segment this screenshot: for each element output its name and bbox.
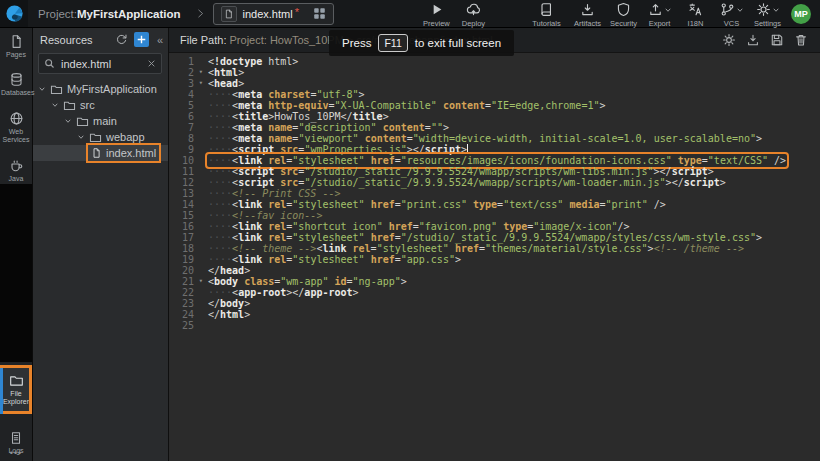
sidebar-item-web-services[interactable]: Web Services [0,104,32,151]
chevron-down-icon[interactable] [64,117,72,125]
sidebar-item-file-explorer[interactable]: File Explorer [3,368,29,411]
fold-arrow-icon[interactable]: ▾ [199,67,203,78]
artifacts-icon [580,2,595,17]
topbar-settings-button[interactable]: Settings [751,0,784,28]
fold-arrow-icon[interactable]: ▾ [199,78,203,89]
resource-search-box [38,53,162,74]
line-number: 21▾ [168,276,196,287]
code-line[interactable]: 1<!doctype html> [168,56,820,67]
topbar-preview-button[interactable]: Preview [420,0,453,28]
code-line[interactable]: 24</html> [168,309,820,320]
collapse-panel-icon[interactable]: « [155,34,165,46]
line-number: 22 [168,287,196,298]
tree-item-myfirstapplication[interactable]: MyFirstApplication [32,81,168,97]
search-input[interactable] [59,57,143,71]
line-number: 10 [168,155,196,166]
top-actions-right: ArtifactsSecurityExportI18NVCSSettings [571,0,784,28]
sidebar-item-pages[interactable]: Pages [0,27,32,65]
code-line[interactable]: 21▾<body class="wm-app" id="ng-app"> [168,276,820,287]
line-number: 5 [168,100,196,111]
code-editor[interactable]: 1<!doctype html>2▾<html>3▾<head>4····<me… [168,52,820,461]
code-line[interactable]: 25 [168,320,820,331]
wavemaker-logo-icon[interactable] [0,0,28,27]
logs-icon [9,431,23,445]
code-line[interactable]: 22····<app-root></app-root> [168,287,820,298]
chevron-down-icon[interactable] [51,101,59,109]
chevron-down-icon[interactable] [77,133,85,141]
fold-arrow-icon[interactable]: ▾ [199,276,203,287]
line-number: 12 [168,177,196,188]
clear-search-icon[interactable] [147,59,156,68]
line-number: 16 [168,221,196,232]
active-item-indicator [0,368,3,414]
line-number: 15 [168,210,196,221]
project-title: Project:MyFirstApplication [38,8,181,20]
code-line[interactable]: 9····<script src="wmProperties.js"></scr… [168,144,820,155]
topbar-vcs-button[interactable]: VCS [715,0,748,28]
topbar-artifacts-button[interactable]: Artifacts [571,0,604,28]
code-line[interactable]: 17····<link rel="stylesheet" href="/stud… [168,232,820,243]
code-line[interactable]: 18····<!-- theme --><link rel="styleshee… [168,243,820,254]
code-line[interactable]: 11····<script src="/studio/_static_/9.9.… [168,166,820,177]
code-line[interactable]: 16····<link rel="shortcut icon" href="fa… [168,221,820,232]
search-icon [44,58,55,69]
tree-item-src[interactable]: src [32,97,168,113]
line-number: 20 [168,265,196,276]
chevron-down-icon[interactable] [38,85,46,93]
code-line[interactable]: 5····<meta http-equiv="X-UA-Compatible" … [168,100,820,111]
code-line[interactable]: 13····<!-- Print CSS --> [168,188,820,199]
save-icon[interactable] [770,33,784,47]
refresh-icon[interactable] [115,33,128,46]
line-number: 25 [168,320,196,331]
code-line[interactable]: 10····<link rel="stylesheet" href="resou… [168,155,820,166]
grid-icon[interactable] [313,7,326,20]
code-line[interactable]: 4····<meta charset="utf-8"> [168,89,820,100]
resources-panel: Resources « MyFirstApplicationsrcmainweb… [32,27,169,461]
tab-index-html[interactable]: index.html * [213,3,334,25]
tree-item-webapp[interactable]: webapp [32,129,168,145]
topbar-export-button[interactable]: Export [643,0,676,28]
folder-icon [50,83,63,96]
topbar-tutorials-button[interactable]: Tutorials [530,0,563,28]
web-services-icon [9,111,24,126]
code-line[interactable]: 8····<meta name="viewport" content="widt… [168,133,820,144]
code-line[interactable]: 19····<link rel="stylesheet" href="app.c… [168,254,820,265]
add-resource-button[interactable] [134,32,149,47]
folder-icon [63,99,76,112]
databases-icon [9,72,24,87]
annotation-highlight: index.html [90,147,157,159]
resources-header: Resources « [32,27,168,52]
code-line[interactable]: 6····<title>HowTos_10PM</title> [168,111,820,122]
settings-icon[interactable] [722,33,736,47]
code-line[interactable]: 12····<script src="/studio/_static_/9.9.… [168,177,820,188]
code-line[interactable]: 3▾<head> [168,78,820,89]
topbar-security-button[interactable]: Security [607,0,640,28]
code-line[interactable]: 2▾<html> [168,67,820,78]
code-line[interactable]: 15····<!--fav icon--> [168,210,820,221]
code-line[interactable]: 23</body> [168,298,820,309]
annotation-highlight: ····<link rel="stylesheet" href="resourc… [208,155,786,166]
tree-item-label: webapp [106,131,145,143]
editor-toolbar-icons [722,33,808,47]
ide-window: Project:MyFirstApplication index.html * … [0,0,820,461]
topbar-i18n-button[interactable]: I18N [679,0,712,28]
avatar[interactable]: MP [791,4,811,24]
code-line[interactable]: 14····<link rel="stylesheet" href="print… [168,199,820,210]
action-label: Settings [754,19,781,28]
tree-item-label: index.html [106,147,156,159]
file-path-label: File Path: [180,34,226,46]
code-line[interactable]: 7····<meta name="description" content=""… [168,122,820,133]
line-number: 1 [168,56,196,67]
topbar-deploy-button[interactable]: Deploy [457,0,490,28]
code-line[interactable]: 20</head> [168,265,820,276]
tree-item-main[interactable]: main [32,113,168,129]
line-number: 23 [168,298,196,309]
import-icon[interactable] [746,33,760,47]
line-number: 24 [168,309,196,320]
f11-key: F11 [378,34,407,52]
line-number: 8 [168,133,196,144]
tree-item-index-html[interactable]: index.html [32,145,168,161]
sidebar-item-databases[interactable]: Databases [0,65,32,103]
sidebar-overflow-button[interactable]: ••• [0,448,32,458]
delete-icon[interactable] [794,33,808,47]
